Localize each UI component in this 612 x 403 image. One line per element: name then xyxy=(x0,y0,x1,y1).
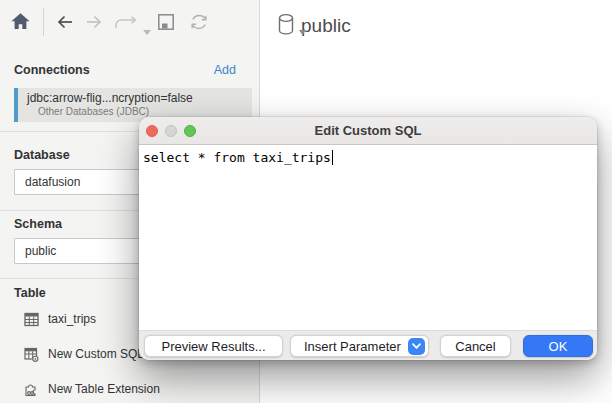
redo-icon[interactable] xyxy=(114,16,139,34)
back-arrow-icon[interactable] xyxy=(56,13,74,35)
connections-header: Connections xyxy=(14,63,90,77)
connection-type: Other Databases (JDBC) xyxy=(27,106,252,117)
table-grid-icon xyxy=(24,312,39,327)
toolbar-divider xyxy=(43,8,44,36)
app-window: Connections Add jdbc:arrow-flig...ncrypt… xyxy=(0,0,612,403)
dialog-titlebar[interactable]: Edit Custom SQL xyxy=(139,117,597,145)
new-table-extension-label: New Table Extension xyxy=(48,382,160,396)
table-label: Table xyxy=(14,286,46,300)
insert-parameter-button[interactable]: Insert Parameter xyxy=(290,335,429,357)
new-custom-sql-label: New Custom SQL xyxy=(48,347,144,361)
forward-arrow-icon[interactable] xyxy=(85,13,103,35)
custom-sql-icon xyxy=(24,347,39,362)
table-extension-icon xyxy=(24,382,39,397)
schema-caret-icon[interactable] xyxy=(299,21,306,39)
schema-label: Schema xyxy=(14,217,62,231)
save-icon[interactable] xyxy=(157,13,175,35)
schema-header: public xyxy=(277,13,351,37)
database-cylinder-icon[interactable] xyxy=(277,13,296,40)
canvas-schema-title: public xyxy=(301,15,351,37)
database-label: Database xyxy=(14,148,70,162)
dropdown-caret-icon[interactable] xyxy=(143,21,151,39)
edit-custom-sql-dialog: Edit Custom SQL select * from taxi_trips… xyxy=(139,117,597,360)
home-icon[interactable] xyxy=(10,11,31,36)
chevron-down-icon[interactable] xyxy=(408,338,425,355)
ok-button[interactable]: OK xyxy=(523,335,593,357)
sql-editor[interactable]: select * from taxi_trips xyxy=(139,146,597,330)
dialog-title: Edit Custom SQL xyxy=(139,117,597,145)
table-item-label: taxi_trips xyxy=(48,312,96,326)
dialog-footer: Preview Results... Insert Parameter Canc… xyxy=(139,330,597,360)
connection-name: jdbc:arrow-flig...ncryption=false xyxy=(27,91,252,105)
refresh-icon[interactable] xyxy=(189,12,209,36)
cancel-button[interactable]: Cancel xyxy=(440,335,511,357)
sql-text: select * from taxi_trips xyxy=(143,150,331,165)
preview-results-button[interactable]: Preview Results... xyxy=(144,335,283,357)
text-cursor xyxy=(332,150,333,165)
new-table-extension-item[interactable]: New Table Extension xyxy=(0,376,260,402)
add-connection-link[interactable]: Add xyxy=(214,63,236,77)
insert-parameter-label: Insert Parameter xyxy=(304,339,401,354)
